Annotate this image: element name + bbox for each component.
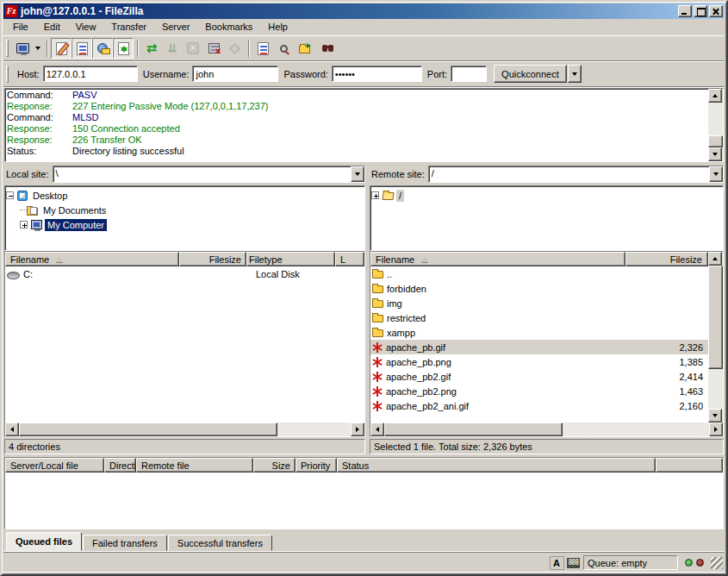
quickconnect-button[interactable]: Quickconnect bbox=[494, 65, 567, 83]
toggle-remote-tree-button[interactable] bbox=[92, 38, 113, 59]
scroll-track[interactable] bbox=[708, 103, 723, 147]
local-site-combo[interactable]: \ bbox=[53, 166, 365, 183]
expand-icon[interactable] bbox=[371, 191, 379, 199]
close-button[interactable] bbox=[709, 5, 723, 17]
remote-horizontal-scrollbar[interactable] bbox=[370, 423, 723, 436]
port-input[interactable] bbox=[451, 66, 487, 82]
tab-successful-transfers[interactable]: Successful transfers bbox=[168, 535, 272, 551]
remote-file-row[interactable]: apache_pb2_ani.gif2,160 bbox=[370, 398, 708, 413]
scroll-thumb[interactable] bbox=[708, 135, 723, 147]
quickconnect-grip[interactable] bbox=[6, 66, 9, 83]
scroll-down-button[interactable] bbox=[708, 409, 722, 423]
chevron-down-icon bbox=[713, 172, 719, 176]
column-filename[interactable]: Filename bbox=[5, 252, 179, 266]
tab-queued-files[interactable]: Queued files bbox=[6, 532, 82, 551]
directory-comparison-button[interactable] bbox=[252, 38, 273, 59]
refresh-button[interactable]: ⇄ bbox=[141, 38, 162, 59]
scroll-right-button[interactable] bbox=[709, 423, 723, 436]
queue-list[interactable] bbox=[5, 473, 723, 529]
remote-file-row[interactable]: apache_pb.png1,385 bbox=[370, 354, 708, 369]
expand-icon[interactable] bbox=[20, 221, 28, 229]
title-bar[interactable]: Fz john@127.0.0.1 - FileZilla bbox=[3, 3, 725, 19]
column-status[interactable]: Status bbox=[337, 458, 656, 473]
scroll-down-button[interactable] bbox=[708, 147, 722, 161]
column-filename[interactable]: Filename bbox=[370, 252, 625, 266]
process-queue-button[interactable]: ⇊ bbox=[162, 38, 183, 59]
filename-filters-button[interactable] bbox=[273, 38, 294, 59]
menu-help[interactable]: Help bbox=[260, 20, 296, 34]
resize-grip[interactable] bbox=[711, 557, 723, 569]
log-label: Response: bbox=[7, 135, 72, 146]
scroll-track[interactable] bbox=[19, 423, 351, 436]
scroll-right-button[interactable] bbox=[351, 423, 364, 436]
column-filetype[interactable]: Filetype bbox=[246, 252, 335, 266]
scroll-up-button[interactable] bbox=[708, 89, 722, 103]
column-server-local-file[interactable]: Server/Local file bbox=[5, 458, 104, 473]
tree-item-desktop[interactable]: Desktop bbox=[6, 188, 364, 203]
local-file-row[interactable]: C: Local Disk bbox=[5, 266, 364, 281]
remote-file-row-selected[interactable]: apache_pb.gif2,326 bbox=[370, 340, 708, 354]
quickconnect-dropdown-button[interactable] bbox=[568, 65, 582, 83]
remote-file-row[interactable]: .. bbox=[370, 266, 708, 281]
disconnect-button[interactable]: × bbox=[203, 38, 224, 59]
main-area: Local site: \ Desktop My Documents bbox=[3, 163, 725, 456]
scroll-track[interactable] bbox=[384, 423, 709, 436]
tab-failed-transfers[interactable]: Failed transfers bbox=[83, 535, 167, 551]
tree-item-my-documents[interactable]: My Documents bbox=[6, 203, 364, 217]
minimize-button[interactable] bbox=[678, 5, 692, 17]
scroll-left-button[interactable] bbox=[370, 423, 384, 436]
find-files-button[interactable] bbox=[314, 38, 335, 59]
column-filesize[interactable]: Filesize bbox=[179, 252, 246, 266]
scroll-track[interactable] bbox=[708, 266, 723, 409]
column-direction[interactable]: Directi... bbox=[104, 458, 136, 473]
synchronized-browsing-button[interactable] bbox=[294, 38, 314, 59]
remote-site-combo[interactable]: / bbox=[428, 166, 724, 183]
scroll-thumb[interactable] bbox=[708, 266, 723, 369]
cancel-operation-button[interactable]: × bbox=[183, 38, 203, 59]
column-priority[interactable]: Priority bbox=[296, 458, 337, 473]
toolbar-grip[interactable] bbox=[6, 40, 9, 57]
column-filesize[interactable]: Filesize bbox=[625, 252, 708, 266]
column-size[interactable]: Size bbox=[253, 458, 296, 473]
scroll-up-button[interactable] bbox=[708, 252, 722, 266]
column-remote-file[interactable]: Remote file bbox=[136, 458, 253, 473]
password-input[interactable] bbox=[332, 66, 422, 82]
tree-item-root[interactable]: / bbox=[371, 188, 722, 203]
remote-vertical-scrollbar[interactable] bbox=[708, 252, 723, 423]
column-last-modified[interactable]: L bbox=[335, 252, 364, 266]
site-manager-dropdown-button[interactable] bbox=[33, 39, 43, 58]
collapse-icon[interactable] bbox=[6, 191, 14, 199]
scroll-left-button[interactable] bbox=[5, 423, 19, 436]
maximize-button[interactable] bbox=[694, 5, 707, 17]
speed-limits-indicator[interactable]: 888 bbox=[567, 558, 580, 568]
menu-edit[interactable]: Edit bbox=[36, 20, 68, 34]
toggle-message-log-button[interactable] bbox=[51, 38, 72, 59]
scroll-thumb[interactable] bbox=[384, 423, 563, 436]
log-label: Command: bbox=[7, 112, 72, 123]
username-input[interactable] bbox=[192, 66, 278, 82]
tree-item-my-computer[interactable]: My Computer bbox=[6, 217, 364, 232]
remote-file-row[interactable]: apache_pb2.png1,463 bbox=[370, 384, 708, 398]
remote-file-row[interactable]: restricted bbox=[370, 310, 708, 325]
menu-bookmarks[interactable]: Bookmarks bbox=[197, 20, 260, 34]
remote-file-row[interactable]: apache_pb2.gif2,414 bbox=[370, 369, 708, 384]
remote-file-row[interactable]: forbidden bbox=[370, 281, 708, 296]
site-manager-button[interactable] bbox=[12, 38, 33, 59]
reconnect-button[interactable] bbox=[224, 38, 245, 59]
toggle-local-tree-button[interactable] bbox=[72, 38, 92, 59]
remote-site-dropdown-button[interactable] bbox=[709, 166, 723, 182]
menu-transfer[interactable]: Transfer bbox=[103, 20, 154, 34]
transfer-type-indicator[interactable]: A bbox=[550, 556, 564, 570]
menu-file[interactable]: File bbox=[5, 20, 36, 34]
scroll-thumb[interactable] bbox=[19, 423, 277, 436]
remote-file-row[interactable]: img bbox=[370, 296, 708, 310]
local-site-dropdown-button[interactable] bbox=[351, 166, 364, 182]
log-scrollbar[interactable] bbox=[708, 89, 723, 161]
local-horizontal-scrollbar[interactable] bbox=[5, 423, 364, 436]
host-input[interactable] bbox=[43, 66, 138, 82]
menu-server[interactable]: Server bbox=[154, 20, 197, 34]
toggle-queue-button[interactable] bbox=[113, 38, 134, 59]
filename: C: bbox=[23, 269, 187, 279]
remote-file-row[interactable]: xampp bbox=[370, 325, 708, 340]
menu-view[interactable]: View bbox=[68, 20, 104, 34]
